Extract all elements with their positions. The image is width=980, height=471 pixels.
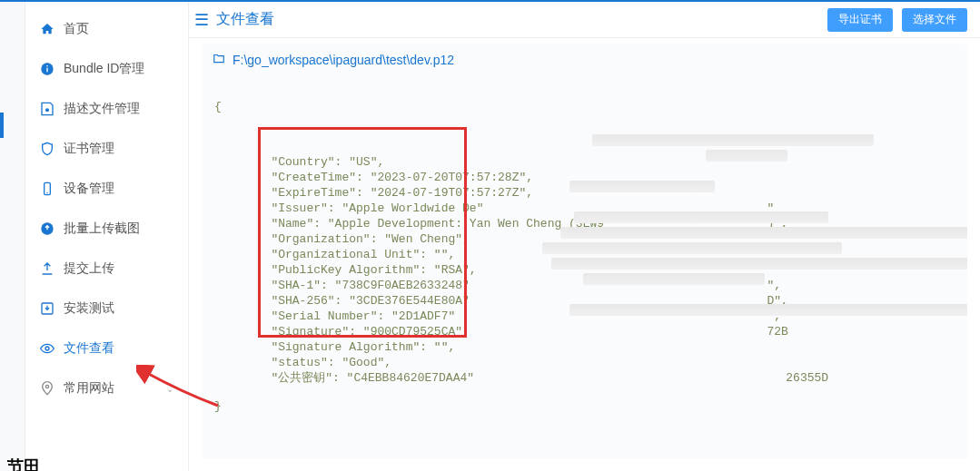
header: ☰ 文件查看 导出证书 选择文件 [189, 2, 980, 38]
select-file-button[interactable]: 选择文件 [902, 8, 967, 32]
json-line: "Country": "US", [214, 154, 955, 170]
stray-bottom-text: 节田 [7, 456, 40, 471]
svg-rect-1 [46, 68, 47, 73]
sidebar-item-label: 首页 [64, 21, 89, 37]
file-path-bar: F:\go_workspace\ipaguard\test\dev.p12 [202, 44, 967, 75]
sidebar-item-label: 批量上传截图 [64, 221, 140, 237]
sidebar-item-cert[interactable]: 证书管理 [25, 129, 188, 169]
sidebar-item-label: 证书管理 [64, 141, 114, 157]
sidebar-item-label: 设备管理 [64, 181, 114, 197]
json-body: "Country": "US", "CreateTime": "2023-07-… [214, 127, 955, 386]
left-rail [0, 2, 25, 471]
sidebar-item-label: 常用网站 [64, 380, 114, 397]
chevron-down-icon: ⌄ [166, 384, 173, 394]
svg-point-9 [45, 385, 48, 388]
json-open-brace: { [214, 100, 955, 113]
menu-icon[interactable]: ☰ [194, 10, 209, 30]
main-panel: ☰ 文件查看 导出证书 选择文件 F:\go_workspace\ipaguar… [189, 2, 980, 471]
json-close-brace: } [214, 399, 955, 413]
sidebar-item-home[interactable]: 首页 [25, 9, 188, 49]
json-line: "Signature Algorithm": "", [214, 339, 955, 355]
sidebar-item-label: Bundle ID管理 [64, 61, 144, 77]
sidebar-item-label: 安装测试 [64, 300, 114, 317]
sidebar-item-label: 提交上传 [64, 260, 114, 277]
upload-icon [40, 261, 54, 276]
file-path-text: F:\go_workspace\ipaguard\test\dev.p12 [233, 53, 454, 67]
sidebar-item-submit[interactable]: 提交上传 [25, 249, 188, 289]
location-icon [40, 381, 54, 396]
sidebar: 首页 Bundle ID管理 描述文件管理 证书管理 设备管理 批量上传截图 提… [25, 2, 189, 471]
json-line: "公共密钥": "C4EBB84620E7DAA4" 26355D [214, 370, 955, 386]
json-line: "status": "Good", [214, 355, 955, 370]
file-content: { "Country": "US", "CreateTime": "2023-0… [202, 75, 967, 458]
svg-rect-2 [46, 65, 47, 66]
svg-point-8 [45, 347, 49, 350]
device-icon [40, 182, 54, 196]
install-icon [40, 301, 54, 316]
sidebar-item-device[interactable]: 设备管理 [25, 169, 188, 209]
sidebar-item-websites[interactable]: 常用网站 ⌄ [25, 368, 188, 408]
eye-icon [40, 341, 54, 356]
sidebar-item-bundle-id[interactable]: Bundle ID管理 [25, 49, 188, 89]
page-title: 文件查看 [216, 10, 274, 29]
rail-marker [0, 113, 4, 138]
upload-image-icon [40, 221, 54, 236]
svg-point-3 [45, 108, 49, 112]
sidebar-item-batch-upload[interactable]: 批量上传截图 [25, 209, 188, 249]
sidebar-item-label: 描述文件管理 [64, 101, 140, 117]
sidebar-item-label: 文件查看 [64, 340, 114, 357]
info-icon [40, 62, 54, 76]
home-icon [40, 22, 54, 36]
sidebar-item-profile[interactable]: 描述文件管理 [25, 89, 188, 129]
file-gear-icon [40, 102, 54, 116]
export-cert-button[interactable]: 导出证书 [827, 8, 893, 32]
sidebar-item-install[interactable]: 安装测试 [25, 289, 188, 329]
sidebar-item-file-view[interactable]: 文件查看 [25, 329, 188, 368]
folder-icon [213, 52, 225, 67]
json-line: "Signature": "900CD79525CA" 72B [214, 324, 955, 339]
shield-icon [40, 142, 54, 156]
